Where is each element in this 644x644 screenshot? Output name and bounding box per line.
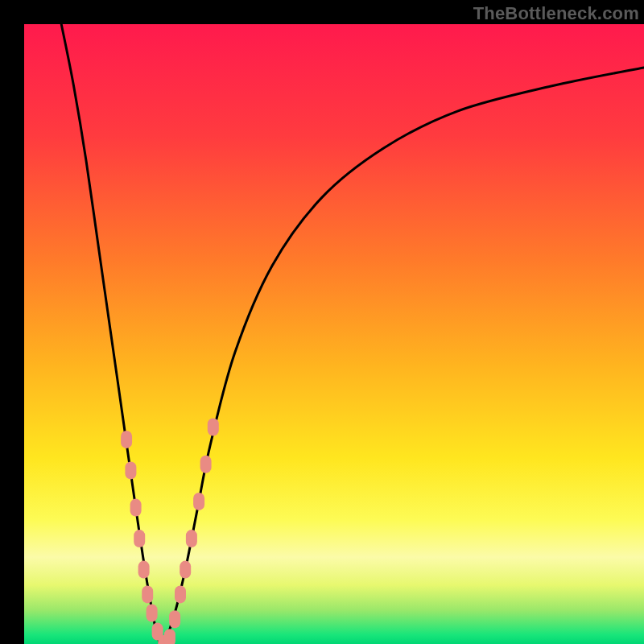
curve-marker bbox=[175, 585, 186, 603]
curve-marker bbox=[193, 493, 204, 510]
curve-marker bbox=[147, 605, 158, 622]
curve-marker bbox=[125, 461, 136, 479]
curve-marker bbox=[121, 431, 132, 448]
curve-marker bbox=[130, 499, 142, 517]
watermark-text: TheBottleneck.com bbox=[473, 3, 639, 24]
curve-marker bbox=[208, 419, 219, 436]
chart-svg bbox=[24, 24, 644, 644]
curve-marker bbox=[200, 456, 212, 473]
curve-marker bbox=[169, 610, 180, 628]
curve-markers bbox=[121, 419, 219, 645]
plot-area bbox=[24, 24, 644, 644]
bottleneck-curve bbox=[61, 24, 644, 644]
curve-marker bbox=[138, 561, 150, 579]
curve-marker bbox=[142, 585, 153, 603]
curve-marker bbox=[186, 530, 197, 547]
curve-marker bbox=[180, 561, 191, 579]
chart-frame: TheBottleneck.com bbox=[0, 0, 644, 644]
curve-marker bbox=[164, 629, 175, 644]
curve-marker bbox=[134, 530, 145, 547]
